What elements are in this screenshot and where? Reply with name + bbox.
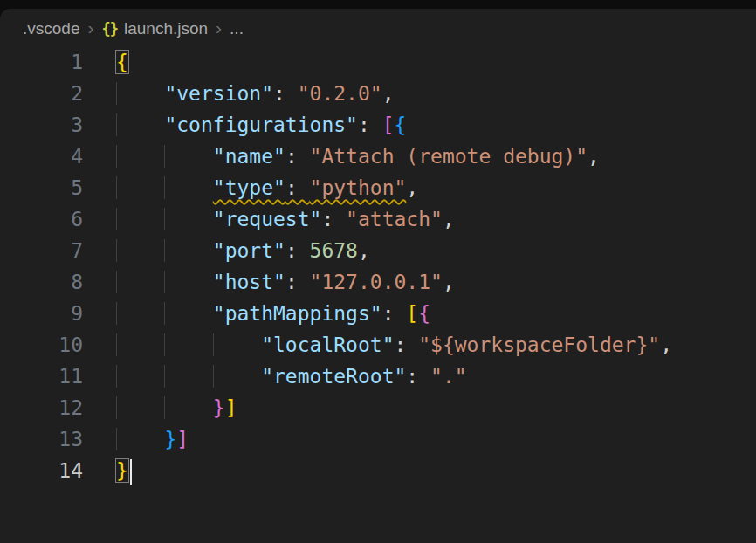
indent-guide — [164, 302, 212, 325]
token-b3: { — [395, 113, 407, 136]
code-line-content: } — [83, 455, 132, 486]
indent-guide — [213, 365, 261, 388]
line-number[interactable]: 10 — [0, 329, 83, 361]
token-pun: : — [285, 176, 310, 199]
code-line[interactable]: 10 "localRoot": "${workspaceFolder}", — [0, 329, 756, 361]
code-line[interactable]: 7 "port": 5678, — [0, 235, 756, 266]
token-key: "name" — [213, 145, 285, 168]
line-number[interactable]: 6 — [0, 203, 83, 235]
json-braces-icon: {} — [101, 20, 117, 38]
line-number[interactable]: 7 — [0, 235, 83, 266]
token-pun: : — [395, 333, 419, 356]
line-number[interactable]: 3 — [0, 109, 83, 141]
indent-guide — [164, 176, 212, 199]
code-line-content: "remoteRoot": "." — [83, 361, 467, 392]
code-line-content: "host": "127.0.0.1", — [83, 266, 455, 298]
token-num: 5678 — [310, 239, 358, 262]
code-line-content: "configurations": [{ — [83, 109, 406, 141]
indent-guide — [164, 145, 212, 168]
code-line-content: "localRoot": "${workspaceFolder}", — [83, 329, 672, 361]
token-pun: , — [406, 176, 418, 199]
code-line-content: "name": "Attach (remote debug)", — [83, 141, 600, 172]
indent-guide — [116, 113, 164, 136]
token-str: "127.0.0.1" — [310, 271, 443, 293]
warning-squiggle: "type": "python" — [213, 176, 407, 199]
token-key: "version" — [164, 82, 273, 105]
indent-guide — [116, 271, 164, 293]
code-line[interactable]: 4 "name": "Attach (remote debug)", — [0, 141, 756, 172]
indent-guide — [116, 145, 164, 168]
code-line[interactable]: 2 "version": "0.2.0", — [0, 78, 756, 109]
code-line[interactable]: 12 }] — [0, 392, 756, 423]
indent-guide — [116, 302, 164, 325]
token-pun: , — [443, 208, 455, 230]
token-pun: : — [382, 302, 407, 325]
code-line[interactable]: 1{ — [0, 46, 756, 78]
line-number[interactable]: 14 — [0, 455, 83, 486]
code-line-content: { — [83, 46, 128, 78]
token-pun: : — [285, 271, 310, 293]
code-line[interactable]: 5 "type": "python", — [0, 172, 756, 203]
indent-guide — [213, 333, 261, 356]
token-key: "type" — [213, 176, 285, 199]
editor-surface: .vscode › {} launch.json › ... 1{2 "vers… — [0, 9, 756, 543]
token-key: "configurations" — [164, 113, 358, 136]
token-pun: : — [273, 82, 298, 105]
indent-guide — [116, 333, 164, 356]
indent-guide — [164, 271, 212, 293]
code-line-content: "version": "0.2.0", — [83, 78, 395, 109]
token-key: "port" — [213, 239, 285, 262]
code-line[interactable]: 6 "request": "attach", — [0, 203, 756, 235]
token-pun: : — [406, 365, 430, 388]
breadcrumb: .vscode › {} launch.json › ... — [0, 9, 756, 41]
breadcrumb-item-file[interactable]: {} launch.json — [101, 19, 208, 38]
code-line[interactable]: 3 "configurations": [{ — [0, 109, 756, 141]
token-pun: : — [358, 113, 382, 136]
line-number[interactable]: 2 — [0, 78, 83, 109]
token-pun: , — [382, 82, 395, 105]
line-number[interactable]: 5 — [0, 172, 83, 203]
code-line[interactable]: 8 "host": "127.0.0.1", — [0, 266, 756, 298]
token-pun: : — [285, 145, 310, 168]
breadcrumb-item-folder[interactable]: .vscode — [23, 19, 79, 38]
line-number[interactable]: 13 — [0, 423, 83, 455]
code-line[interactable]: 13 }] — [0, 423, 756, 455]
breadcrumb-file-label: launch.json — [124, 19, 208, 38]
indent-guide — [116, 428, 164, 450]
line-number[interactable]: 8 — [0, 266, 83, 298]
token-b2: } — [213, 396, 225, 419]
code-line[interactable]: 11 "remoteRoot": "." — [0, 361, 756, 392]
token-key: "pathMappings" — [213, 302, 382, 325]
line-number[interactable]: 12 — [0, 392, 83, 423]
code-line-content: "pathMappings": [{ — [83, 298, 430, 329]
code-line[interactable]: 9 "pathMappings": [{ — [0, 298, 756, 329]
token-key: "request" — [213, 208, 322, 230]
indent-guide — [116, 208, 164, 230]
token-pun: , — [660, 333, 672, 356]
line-number[interactable]: 1 — [0, 46, 83, 78]
line-number[interactable]: 4 — [0, 141, 83, 172]
token-b1: [ — [406, 302, 418, 325]
token-key: "localRoot" — [261, 333, 394, 356]
token-pun: : — [285, 239, 310, 262]
token-key: "host" — [213, 271, 285, 293]
token-str: "python" — [310, 176, 407, 199]
indent-guide — [164, 365, 212, 388]
code-line-content: "type": "python", — [83, 172, 418, 203]
breadcrumb-item-symbol[interactable]: ... — [230, 19, 244, 38]
indent-guide — [116, 365, 164, 388]
line-number[interactable]: 9 — [0, 298, 83, 329]
code-line-content: }] — [83, 392, 237, 423]
code-line-content: }] — [83, 423, 189, 455]
token-pun: , — [588, 145, 600, 168]
token-b1: { — [116, 51, 128, 73]
indent-guide — [116, 82, 164, 105]
indent-guide — [164, 333, 212, 356]
code-editor[interactable]: 1{2 "version": "0.2.0",3 "configurations… — [0, 41, 756, 486]
line-number[interactable]: 11 — [0, 361, 83, 392]
token-b3: } — [164, 428, 176, 450]
code-line[interactable]: 14} — [0, 455, 756, 486]
chevron-right-icon: › — [87, 18, 93, 38]
token-pun: : — [321, 208, 346, 230]
code-line-content: "request": "attach", — [83, 203, 455, 235]
